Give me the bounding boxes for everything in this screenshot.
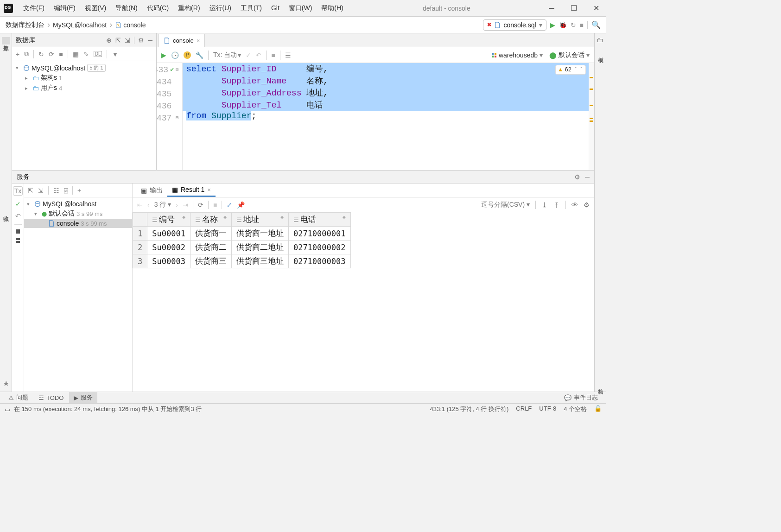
layout2-icon[interactable] <box>16 238 20 243</box>
inspection-widget[interactable]: ▲ 62 ˄ ˅ <box>555 65 586 75</box>
lock-icon[interactable]: 🔓 <box>594 405 602 413</box>
tab-close-icon[interactable]: × <box>197 37 200 44</box>
run-config-dropdown[interactable]: ✖ console.sql ▾ <box>483 19 546 31</box>
rail-favorites-tab[interactable]: 收藏 <box>2 208 10 215</box>
todo-tab[interactable]: ☲TODO <box>34 393 68 403</box>
add-icon[interactable]: + <box>16 51 19 58</box>
prev-highlight-button[interactable]: ˄ <box>574 66 577 73</box>
maximize-button[interactable]: ☐ <box>567 2 580 15</box>
tx-mode-dropdown[interactable]: Tx: 自动 ▾ <box>213 51 241 59</box>
services-tab[interactable]: ▶服务 <box>69 392 97 403</box>
tab-close-icon[interactable]: × <box>207 186 211 193</box>
execute-button[interactable]: ▶ <box>161 51 166 59</box>
debug-button[interactable]: 🐞 <box>559 21 567 29</box>
rail-template-tab[interactable]: 模板 <box>597 49 604 57</box>
group-icon[interactable]: ☷ <box>53 187 59 194</box>
svc-session[interactable]: ▾ ⬤ 默认会话 3 s 99 ms <box>24 209 132 219</box>
history-button[interactable]: 🕓 <box>171 51 179 59</box>
tree-connection[interactable]: ▾ MySQL@localhost 5 的 1 <box>12 63 156 73</box>
next-highlight-button[interactable]: ˅ <box>580 66 583 73</box>
search-button[interactable]: 🔍 <box>591 20 601 29</box>
column-header-addr[interactable]: ☰地址◆ <box>231 213 288 227</box>
sync-icon[interactable]: ⟳ <box>49 51 54 58</box>
stop-icon[interactable]: ■ <box>59 51 63 58</box>
breadcrumb-root[interactable]: 数据库控制台 <box>6 21 44 29</box>
menu-refactor[interactable]: 重构(R) <box>173 2 204 14</box>
copy-icon[interactable]: ⧉ <box>24 50 29 58</box>
table-row[interactable]: 2Su00002供货商二供货商二地址02710000002 <box>133 241 351 254</box>
menu-run[interactable]: 运行(U) <box>205 2 236 14</box>
row-count-dropdown[interactable]: 3 行 ▾ <box>154 201 171 209</box>
add-icon[interactable]: + <box>77 187 81 194</box>
stop-button[interactable]: ■ <box>213 201 217 209</box>
export-button[interactable]: ⭳ <box>541 201 548 209</box>
hide-icon[interactable]: ─ <box>148 37 152 44</box>
error-stripe[interactable] <box>589 63 594 170</box>
code-area[interactable]: select Supplier_ID 编号, Supplier_Name 名称,… <box>183 63 594 170</box>
stop-button[interactable]: ■ <box>580 21 584 29</box>
compare-button[interactable]: ⤢ <box>227 201 232 209</box>
close-button[interactable]: ✕ <box>590 2 603 15</box>
ddl-icon[interactable]: DL <box>94 51 102 57</box>
menu-view[interactable]: 视图(V) <box>80 2 111 14</box>
output-tab[interactable]: ▣ 输出 <box>136 184 167 197</box>
run-button[interactable]: ▶ <box>550 21 555 29</box>
first-page-button[interactable]: ⇤ <box>137 201 143 209</box>
problems-tab[interactable]: ⚠问题 <box>4 392 33 403</box>
tree-schemas[interactable]: ▸ 🗀 架构s 1 <box>12 73 156 83</box>
cancel-button[interactable]: ■ <box>271 51 275 59</box>
sort-icon[interactable]: ◆ <box>182 214 185 220</box>
target-schema-dropdown[interactable]: warehousedb ▾ <box>491 51 543 59</box>
menu-tools[interactable]: 工具(T) <box>236 2 267 14</box>
gear-icon[interactable]: ⚙ <box>138 37 144 44</box>
column-header-name[interactable]: ☰名称◆ <box>190 213 231 227</box>
layout-icon[interactable] <box>16 229 20 234</box>
settings-button[interactable]: ⚙ <box>584 201 590 209</box>
collapse-icon[interactable]: ⇱ <box>115 37 121 44</box>
database-tree[interactable]: ▾ MySQL@localhost 5 的 1 ▸ 🗀 架构s 1 ▸ 🗀 <box>12 61 156 170</box>
refresh-icon[interactable]: ↻ <box>38 51 44 58</box>
menu-file[interactable]: 文件(F) <box>19 2 49 14</box>
breadcrumb-db[interactable]: MySQL@localhost <box>53 21 107 29</box>
rail-database-tab[interactable]: 数据库 <box>2 37 10 44</box>
status-icon[interactable]: ▭ <box>5 406 10 413</box>
output-layout-button[interactable]: ☰ <box>285 51 291 59</box>
menu-help[interactable]: 帮助(H) <box>317 2 348 14</box>
row-number-header[interactable] <box>133 213 147 227</box>
collapse-all-icon[interactable]: ⇲ <box>38 187 44 194</box>
explain-button[interactable]: P <box>184 51 191 59</box>
column-header-tel[interactable]: ☰电话◆ <box>288 213 350 227</box>
reload-button[interactable]: ⟳ <box>198 201 203 209</box>
last-page-button[interactable]: ⇥ <box>183 201 188 209</box>
filter-icon[interactable]: ⍯ <box>64 187 68 194</box>
pin-button[interactable]: 📌 <box>237 201 245 209</box>
rollback-button[interactable]: ↶ <box>256 51 261 59</box>
rollback-icon[interactable]: ↶ <box>15 212 21 220</box>
eventlog-tab[interactable]: 💬事件日志 <box>559 392 603 403</box>
view-button[interactable]: 👁 <box>571 201 578 209</box>
breadcrumb-console[interactable]: console <box>115 21 146 29</box>
filter-icon[interactable]: ▼ <box>112 51 118 58</box>
expand-icon[interactable]: ⇲ <box>125 37 130 44</box>
folder-icon[interactable]: 🗀 <box>597 36 605 44</box>
result-tab[interactable]: ▦ Result 1 × <box>167 184 216 197</box>
column-header-id[interactable]: ☰编号◆ <box>147 213 190 227</box>
tx-icon[interactable]: Tx <box>13 186 23 196</box>
status-position[interactable]: 433:1 (125 字符, 4 行 换行符) <box>430 405 509 413</box>
import-button[interactable]: ⭱ <box>553 201 560 209</box>
status-eol[interactable]: CRLF <box>516 405 532 413</box>
data-table[interactable]: ☰编号◆ ☰名称◆ ☰地址◆ ☰电话◆ 1Su00001供货商一供货商一地址02… <box>133 212 351 268</box>
tree-users[interactable]: ▸ 🗀 用户s 4 <box>12 83 156 93</box>
data-table-wrap[interactable]: ☰编号◆ ☰名称◆ ☰地址◆ ☰电话◆ 1Su00001供货商一供货商一地址02… <box>133 212 594 392</box>
status-encoding[interactable]: UTF-8 <box>539 405 556 413</box>
edit-icon[interactable]: ✎ <box>83 51 89 58</box>
svc-connection[interactable]: ▾ MySQL@localhost <box>24 199 132 209</box>
menu-git[interactable]: Git <box>267 2 284 14</box>
menu-edit[interactable]: 编辑(E) <box>49 2 80 14</box>
status-indent[interactable]: 4 个空格 <box>564 405 587 413</box>
minimize-button[interactable]: ─ <box>545 2 558 15</box>
menu-code[interactable]: 代码(C) <box>142 2 173 14</box>
prev-page-button[interactable]: ‹ <box>147 201 150 209</box>
menu-navigate[interactable]: 导航(N) <box>111 2 142 14</box>
table-row[interactable]: 1Su00001供货商一供货商一地址02710000001 <box>133 227 351 241</box>
